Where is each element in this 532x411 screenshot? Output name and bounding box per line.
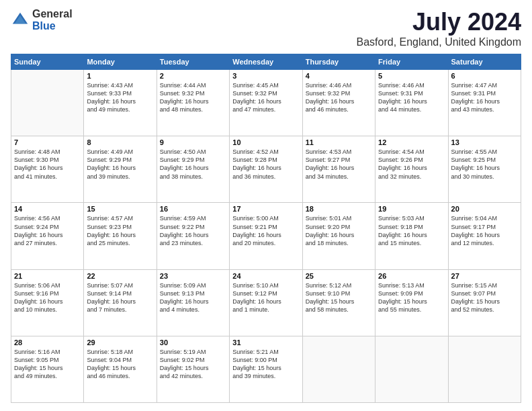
day-number: 31 bbox=[232, 338, 299, 347]
day-info: Sunrise: 4:55 AM Sunset: 9:25 PM Dayligh… bbox=[451, 148, 518, 181]
calendar-cell: 1Sunrise: 4:43 AM Sunset: 9:33 PM Daylig… bbox=[84, 70, 157, 136]
day-number: 26 bbox=[378, 272, 445, 280]
day-info: Sunrise: 4:49 AM Sunset: 9:29 PM Dayligh… bbox=[87, 148, 153, 181]
main-title: July 2024 bbox=[357, 8, 521, 36]
calendar-cell bbox=[302, 336, 375, 402]
day-info: Sunrise: 4:44 AM Sunset: 9:32 PM Dayligh… bbox=[160, 81, 226, 114]
calendar-cell: 16Sunrise: 4:59 AM Sunset: 9:22 PM Dayli… bbox=[157, 203, 229, 269]
day-number: 21 bbox=[14, 272, 81, 280]
calendar-cell: 31Sunrise: 5:21 AM Sunset: 9:00 PM Dayli… bbox=[230, 336, 302, 402]
calendar-cell: 25Sunrise: 5:12 AM Sunset: 9:10 PM Dayli… bbox=[302, 269, 375, 336]
day-number: 6 bbox=[451, 72, 518, 80]
calendar-cell: 21Sunrise: 5:06 AM Sunset: 9:16 PM Dayli… bbox=[11, 269, 84, 336]
day-info: Sunrise: 4:50 AM Sunset: 9:29 PM Dayligh… bbox=[160, 148, 226, 181]
day-number: 20 bbox=[451, 205, 518, 213]
day-info: Sunrise: 5:16 AM Sunset: 9:05 PM Dayligh… bbox=[14, 348, 81, 381]
calendar-cell: 24Sunrise: 5:10 AM Sunset: 9:12 PM Dayli… bbox=[230, 269, 302, 336]
calendar-cell: 4Sunrise: 4:46 AM Sunset: 9:32 PM Daylig… bbox=[302, 70, 375, 136]
day-info: Sunrise: 4:54 AM Sunset: 9:26 PM Dayligh… bbox=[378, 148, 445, 181]
weekday-header: Friday bbox=[375, 54, 448, 70]
day-number: 29 bbox=[87, 338, 153, 347]
calendar-cell: 20Sunrise: 5:04 AM Sunset: 9:17 PM Dayli… bbox=[448, 203, 521, 269]
day-number: 9 bbox=[160, 138, 226, 146]
calendar-cell: 12Sunrise: 4:54 AM Sunset: 9:26 PM Dayli… bbox=[375, 136, 448, 203]
day-number: 7 bbox=[14, 138, 81, 146]
calendar-cell: 29Sunrise: 5:18 AM Sunset: 9:04 PM Dayli… bbox=[84, 336, 157, 402]
day-info: Sunrise: 4:43 AM Sunset: 9:33 PM Dayligh… bbox=[87, 81, 153, 114]
day-number: 1 bbox=[87, 72, 153, 80]
weekday-header: Sunday bbox=[11, 54, 84, 70]
day-info: Sunrise: 5:09 AM Sunset: 9:13 PM Dayligh… bbox=[160, 281, 226, 314]
calendar-cell: 30Sunrise: 5:19 AM Sunset: 9:02 PM Dayli… bbox=[157, 336, 229, 402]
day-info: Sunrise: 4:53 AM Sunset: 9:27 PM Dayligh… bbox=[306, 148, 372, 181]
day-info: Sunrise: 5:21 AM Sunset: 9:00 PM Dayligh… bbox=[232, 348, 299, 381]
calendar-cell: 11Sunrise: 4:53 AM Sunset: 9:27 PM Dayli… bbox=[302, 136, 375, 203]
day-info: Sunrise: 5:19 AM Sunset: 9:02 PM Dayligh… bbox=[160, 348, 226, 381]
day-number: 19 bbox=[378, 205, 445, 213]
day-number: 2 bbox=[160, 72, 226, 80]
day-info: Sunrise: 4:45 AM Sunset: 9:32 PM Dayligh… bbox=[232, 81, 299, 114]
day-info: Sunrise: 4:48 AM Sunset: 9:30 PM Dayligh… bbox=[14, 148, 81, 181]
day-info: Sunrise: 4:52 AM Sunset: 9:28 PM Dayligh… bbox=[232, 148, 299, 181]
calendar-cell: 28Sunrise: 5:16 AM Sunset: 9:05 PM Dayli… bbox=[11, 336, 84, 402]
day-info: Sunrise: 5:18 AM Sunset: 9:04 PM Dayligh… bbox=[87, 348, 153, 381]
calendar-cell: 6Sunrise: 4:47 AM Sunset: 9:31 PM Daylig… bbox=[448, 70, 521, 136]
header: General Blue July 2024 Basford, England,… bbox=[11, 8, 521, 48]
calendar-cell: 7Sunrise: 4:48 AM Sunset: 9:30 PM Daylig… bbox=[11, 136, 84, 203]
title-block: July 2024 Basford, England, United Kingd… bbox=[357, 8, 521, 48]
day-number: 3 bbox=[232, 72, 299, 80]
calendar-week-row: 28Sunrise: 5:16 AM Sunset: 9:05 PM Dayli… bbox=[11, 336, 521, 402]
day-info: Sunrise: 4:59 AM Sunset: 9:22 PM Dayligh… bbox=[160, 214, 226, 247]
day-info: Sunrise: 5:01 AM Sunset: 9:20 PM Dayligh… bbox=[306, 214, 372, 247]
logo-general: General bbox=[32, 8, 73, 20]
calendar-week-row: 7Sunrise: 4:48 AM Sunset: 9:30 PM Daylig… bbox=[11, 136, 521, 203]
weekday-header: Wednesday bbox=[230, 54, 302, 70]
day-number: 27 bbox=[451, 272, 518, 280]
day-number: 23 bbox=[160, 272, 226, 280]
day-info: Sunrise: 4:46 AM Sunset: 9:31 PM Dayligh… bbox=[378, 81, 445, 114]
day-number: 25 bbox=[306, 272, 372, 280]
day-number: 16 bbox=[160, 205, 226, 213]
day-number: 13 bbox=[451, 138, 518, 146]
calendar-cell: 14Sunrise: 4:56 AM Sunset: 9:24 PM Dayli… bbox=[11, 203, 84, 269]
calendar-cell: 26Sunrise: 5:13 AM Sunset: 9:09 PM Dayli… bbox=[375, 269, 448, 336]
calendar-cell: 9Sunrise: 4:50 AM Sunset: 9:29 PM Daylig… bbox=[157, 136, 229, 203]
calendar-cell: 27Sunrise: 5:15 AM Sunset: 9:07 PM Dayli… bbox=[448, 269, 521, 336]
calendar-cell: 2Sunrise: 4:44 AM Sunset: 9:32 PM Daylig… bbox=[157, 70, 229, 136]
weekday-header: Saturday bbox=[448, 54, 521, 70]
day-number: 15 bbox=[87, 205, 153, 213]
calendar-cell: 19Sunrise: 5:03 AM Sunset: 9:18 PM Dayli… bbox=[375, 203, 448, 269]
calendar-cell: 17Sunrise: 5:00 AM Sunset: 9:21 PM Dayli… bbox=[230, 203, 302, 269]
day-number: 18 bbox=[306, 205, 372, 213]
calendar-cell bbox=[375, 336, 448, 402]
calendar-cell: 10Sunrise: 4:52 AM Sunset: 9:28 PM Dayli… bbox=[230, 136, 302, 203]
calendar-header-row: SundayMondayTuesdayWednesdayThursdayFrid… bbox=[11, 54, 521, 70]
calendar-cell: 3Sunrise: 4:45 AM Sunset: 9:32 PM Daylig… bbox=[230, 70, 302, 136]
weekday-header: Thursday bbox=[302, 54, 375, 70]
day-info: Sunrise: 5:10 AM Sunset: 9:12 PM Dayligh… bbox=[232, 281, 299, 314]
calendar-cell: 23Sunrise: 5:09 AM Sunset: 9:13 PM Dayli… bbox=[157, 269, 229, 336]
day-info: Sunrise: 5:07 AM Sunset: 9:14 PM Dayligh… bbox=[87, 281, 153, 314]
calendar-cell: 15Sunrise: 4:57 AM Sunset: 9:23 PM Dayli… bbox=[84, 203, 157, 269]
calendar-cell: 8Sunrise: 4:49 AM Sunset: 9:29 PM Daylig… bbox=[84, 136, 157, 203]
calendar-cell: 18Sunrise: 5:01 AM Sunset: 9:20 PM Dayli… bbox=[302, 203, 375, 269]
day-info: Sunrise: 5:13 AM Sunset: 9:09 PM Dayligh… bbox=[378, 281, 445, 314]
day-number: 30 bbox=[160, 338, 226, 347]
day-info: Sunrise: 4:57 AM Sunset: 9:23 PM Dayligh… bbox=[87, 214, 153, 247]
day-number: 22 bbox=[87, 272, 153, 280]
day-number: 8 bbox=[87, 138, 153, 146]
day-info: Sunrise: 5:15 AM Sunset: 9:07 PM Dayligh… bbox=[451, 281, 518, 314]
day-number: 14 bbox=[14, 205, 81, 213]
weekday-header: Tuesday bbox=[157, 54, 229, 70]
day-info: Sunrise: 4:46 AM Sunset: 9:32 PM Dayligh… bbox=[306, 81, 372, 114]
calendar-cell: 13Sunrise: 4:55 AM Sunset: 9:25 PM Dayli… bbox=[448, 136, 521, 203]
calendar-table: SundayMondayTuesdayWednesdayThursdayFrid… bbox=[11, 54, 521, 403]
logo-blue-text: Blue bbox=[32, 20, 73, 32]
calendar-cell bbox=[448, 336, 521, 402]
calendar-week-row: 14Sunrise: 4:56 AM Sunset: 9:24 PM Dayli… bbox=[11, 203, 521, 269]
calendar-week-row: 21Sunrise: 5:06 AM Sunset: 9:16 PM Dayli… bbox=[11, 269, 521, 336]
calendar-week-row: 1Sunrise: 4:43 AM Sunset: 9:33 PM Daylig… bbox=[11, 70, 521, 136]
weekday-header: Monday bbox=[84, 54, 157, 70]
day-number: 10 bbox=[232, 138, 299, 146]
day-number: 4 bbox=[306, 72, 372, 80]
